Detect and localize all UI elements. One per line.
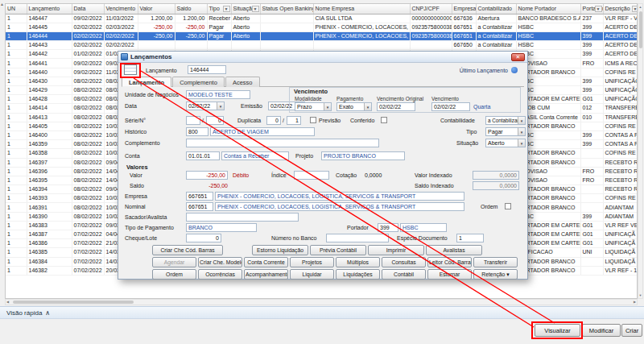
close-icon[interactable]: ✕ [511, 53, 525, 61]
contabilidade-dropdown[interactable]: a Contabilizar [485, 116, 526, 125]
table-row[interactable]: 114644302/02/202202/02/2022667650a Conta… [6, 41, 638, 50]
imprimir-button[interactable]: Imprimir [368, 245, 424, 255]
collapse-icon[interactable]: ∧ [45, 309, 50, 317]
chevron-down-icon[interactable] [518, 117, 525, 124]
vencimento-field[interactable]: 02/02/22 [431, 102, 470, 111]
estorno-liquida-o-button[interactable]: Estorno Liquidação [252, 245, 308, 255]
acompanhamento-button[interactable]: Acompanhamento [244, 269, 288, 280]
cont-bil-button[interactable]: Contábil [382, 269, 426, 280]
serie-field[interactable] [186, 116, 200, 125]
dialog-titlebar[interactable]: Lançamentos ✕ [118, 52, 527, 63]
duplicata-number-field[interactable]: 1 [287, 116, 301, 125]
situacao-dropdown[interactable]: Aberto [485, 139, 526, 147]
column-header-nome-empresa[interactable]: Nome Empresa [313, 4, 410, 14]
column-header-portador[interactable]: Portador▼ [580, 4, 603, 14]
column-header-un[interactable]: UN [6, 4, 27, 14]
ordem-button[interactable]: Ordem [152, 269, 196, 280]
scroll-down-icon[interactable]: ▼ [638, 293, 642, 297]
criar-che-modelo-button[interactable]: Criar Che. Modelo [198, 257, 242, 267]
chevron-down-icon[interactable] [518, 139, 525, 147]
tab-complemento[interactable]: Complemento [172, 77, 225, 87]
column-header-empresa[interactable]: Empresa [452, 4, 476, 14]
tipo-pagamento-field[interactable]: BRANCO [186, 223, 257, 232]
tab-acesso[interactable]: Acesso [225, 77, 260, 87]
tab-lan-amento[interactable]: Lançamento [122, 77, 171, 87]
visualizar-button[interactable]: Visualizar [535, 324, 580, 337]
criar-button[interactable]: Criar [621, 324, 642, 337]
column-header-lan-amento[interactable]: Lançamento [27, 4, 72, 14]
modalidade-dropdown[interactable]: Prazo [295, 102, 332, 111]
column-header-contabilizado[interactable]: Contabilizado [476, 4, 516, 14]
filter-dropdown-icon[interactable]: ▼ [595, 6, 602, 12]
nominal-nome-field[interactable]: PHENIX - COMERCIO, LOCACOES, LOGISTICA, … [215, 202, 464, 211]
vencimento-original-field[interactable]: 02/02/22 [377, 102, 415, 111]
reten-o-button[interactable]: Retenção ▾ [473, 269, 518, 280]
quick-view-bar[interactable]: Visão rápida ∧ [0, 306, 644, 319]
vertical-scroll-thumb[interactable] [639, 11, 642, 48]
column-header-saldo[interactable]: Saldo [175, 4, 207, 14]
conta-corrente-button[interactable]: Conta Corrente [244, 257, 288, 267]
horizontal-scroll-thumb[interactable] [13, 300, 134, 304]
pagamento-dropdown[interactable]: Exato [336, 102, 372, 111]
lancamento-number-field[interactable]: 146444 [188, 65, 226, 74]
serie-number-field[interactable]: 0 [206, 116, 224, 125]
chevron-down-icon[interactable] [518, 128, 525, 135]
previsao-checkbox[interactable] [310, 117, 316, 123]
leitor-c-d-barras-button[interactable]: Leitor Cód. Barras [427, 257, 472, 267]
liquida-es-button[interactable]: Liquidações [336, 269, 380, 280]
table-row[interactable]: 114644709/02/202211/03/20221.200,001.200… [6, 14, 638, 23]
column-header-nome-portador[interactable]: Nome Portador [516, 4, 580, 14]
column-header-status-open-banking[interactable]: Status Open Banking [260, 4, 313, 14]
calendar-dropdown-icon[interactable] [217, 102, 224, 110]
nominal-code-field[interactable]: 667651 [186, 202, 213, 211]
filter-dropdown-icon[interactable]: ▼ [252, 6, 259, 12]
empresa-code-field[interactable]: 667651 [186, 192, 213, 201]
historico-desc-field[interactable]: ACERTO DE VIAGEM [210, 127, 315, 136]
especie-documento-field[interactable]: 1 [456, 234, 484, 242]
data-date-picker[interactable]: 02/02/22 [186, 102, 225, 110]
conferido-checkbox[interactable] [381, 117, 387, 123]
column-header-vencimento[interactable]: Vencimento [104, 4, 138, 14]
numero-banco-field[interactable] [326, 234, 389, 242]
column-header-situa-o[interactable]: Situação▼ [231, 4, 260, 14]
indice-field[interactable] [294, 171, 329, 180]
tipo-dropdown[interactable]: Pagar [485, 127, 526, 136]
modificar-button[interactable]: Modificar [582, 324, 621, 337]
duplicata-field[interactable]: 0 [266, 116, 281, 125]
transferir-button[interactable]: Transferir [473, 257, 518, 267]
column-header-cnpj-cpf[interactable]: CNPJ/CPF [410, 4, 452, 14]
ultimo-lancamento-link[interactable]: Último Lançamento [460, 68, 508, 73]
info-icon[interactable] [511, 67, 518, 73]
unidade-negocios-field[interactable]: MODELO TESTE [186, 90, 250, 99]
horizontal-scrollbar[interactable]: ◀ ▶ [5, 299, 638, 305]
filter-dropdown-icon[interactable]: ▼ [223, 6, 230, 12]
column-header-descri-o[interactable]: Descrição▼ [603, 4, 638, 14]
agendar-button[interactable]: Agendar [152, 257, 196, 267]
table-row[interactable]: 114644402/02/202202/02/2022-250,00-250,0… [6, 31, 638, 40]
liquidar-button[interactable]: Liquidar [290, 269, 334, 280]
table-row[interactable]: 114644502/02/202202/03/2022-250,00-250,0… [6, 23, 638, 31]
conta-desc-field[interactable]: Contas a Receber [221, 151, 289, 160]
chevron-down-icon[interactable] [364, 103, 371, 110]
column-header-valor[interactable]: Valor [138, 4, 175, 14]
estornar-button[interactable]: Estornar [427, 269, 472, 280]
consultas-button[interactable]: Consultas [382, 257, 426, 267]
projeto-field[interactable]: PROJETO BRANCO [321, 151, 405, 160]
filter-dropdown-icon[interactable]: ▼ [632, 6, 638, 12]
criar-che-c-d-barras-button[interactable]: Criar Che Cód. Barras [152, 245, 223, 255]
ordem-checkbox[interactable] [505, 203, 511, 209]
chevron-down-icon[interactable] [324, 103, 331, 110]
m-ltiplos-button[interactable]: Múltiplos [336, 257, 380, 267]
lancamento-form-icon[interactable] [124, 64, 137, 75]
ocorr-ncias-button[interactable]: Ocorrências [198, 269, 242, 280]
column-header-tipo[interactable]: Tipo▼ [207, 4, 231, 14]
cheque-lote-field[interactable]: 0 [186, 234, 221, 242]
scroll-right-icon[interactable]: ▶ [633, 300, 637, 305]
conta-code-field[interactable]: 01.01.01 [186, 151, 220, 160]
scroll-left-icon[interactable]: ◀ [6, 300, 10, 305]
empresa-nome-field[interactable]: PHENIX - COMERCIO, LOCACOES, LOGISTICA, … [215, 192, 464, 201]
projetos-button[interactable]: Projetos [290, 257, 334, 267]
sacador-field[interactable] [186, 213, 299, 222]
scroll-up-icon[interactable]: ▲ [638, 5, 642, 9]
scroll-up-left-icon[interactable]: ▲ [0, 2, 4, 6]
